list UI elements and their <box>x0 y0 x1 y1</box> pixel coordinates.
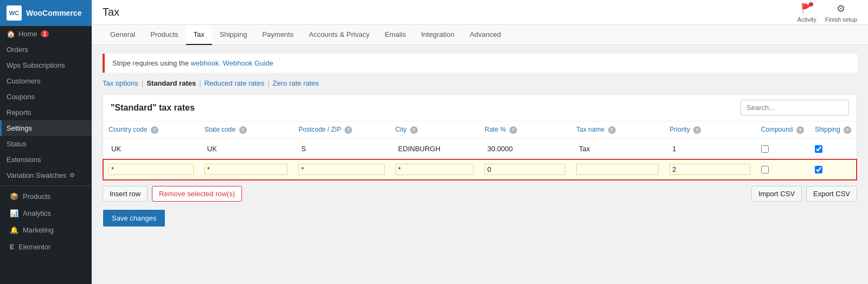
tab-tax[interactable]: Tax <box>186 25 212 45</box>
priority-help-icon[interactable]: ? <box>693 126 701 134</box>
col-postcode-zip: Postcode / ZIP ? <box>293 121 390 139</box>
rate-input-2[interactable] <box>484 164 565 175</box>
table-row <box>103 139 857 159</box>
tab-general[interactable]: General <box>103 25 143 45</box>
subnav-zero-rate[interactable]: Zero rate rates <box>273 79 319 87</box>
tab-advanced[interactable]: Advanced <box>462 25 509 45</box>
subnav-reduced-rate[interactable]: Reduced rate rates <box>205 79 265 87</box>
country-code-help-icon[interactable]: ? <box>151 126 158 134</box>
import-csv-button[interactable]: Import CSV <box>751 186 802 202</box>
cell-compound-2 <box>756 159 809 180</box>
col-compound: Compound ? <box>756 121 809 139</box>
main-content: Tax 🚩 Activity ⚙ Finish setup General Pr… <box>92 0 868 284</box>
cell-shipping-1 <box>809 139 857 159</box>
sidebar-item-coupons[interactable]: Coupons <box>0 89 92 105</box>
finish-setup-icon: ⚙ <box>834 2 847 15</box>
sidebar-analytics-label: Analytics <box>23 209 51 217</box>
home-icon: 🏠 <box>7 30 15 38</box>
home-badge: 1 <box>41 30 49 37</box>
tab-accounts-privacy[interactable]: Accounts & Privacy <box>301 25 377 45</box>
export-csv-button[interactable]: Export CSV <box>806 186 857 202</box>
tab-shipping[interactable]: Shipping <box>212 25 255 45</box>
col-tax-name: Tax name ? <box>571 121 664 139</box>
tab-emails[interactable]: Emails <box>377 25 413 45</box>
sidebar-item-settings[interactable]: Settings <box>0 120 92 136</box>
shipping-checkbox-1[interactable] <box>815 145 822 153</box>
tab-products[interactable]: Products <box>143 25 186 45</box>
sidebar-item-home-label: Home <box>18 30 37 38</box>
compound-checkbox-1[interactable] <box>761 145 769 153</box>
compound-checkbox-2[interactable] <box>761 166 769 173</box>
sidebar-products-label: Products <box>23 192 50 201</box>
taxname-input-1[interactable] <box>576 143 659 154</box>
analytics-icon: 📊 <box>10 209 18 217</box>
rate-input-1[interactable] <box>484 143 565 154</box>
finish-setup-button[interactable]: ⚙ Finish setup <box>825 2 857 23</box>
country-code-input-2[interactable] <box>108 164 194 175</box>
webhook-link[interactable]: webhook. <box>191 59 221 67</box>
postcode-input-1[interactable] <box>298 143 385 154</box>
activity-button[interactable]: 🚩 Activity <box>797 2 816 23</box>
cell-postcode-2 <box>293 159 390 180</box>
sidebar-item-customers[interactable]: Customers <box>0 73 92 89</box>
sidebar-item-marketing[interactable]: 🔔 Marketing <box>0 222 92 238</box>
city-input-2[interactable] <box>395 164 474 175</box>
priority-input-1[interactable] <box>669 143 750 154</box>
compound-help-icon[interactable]: ? <box>796 126 804 134</box>
cell-country-code-2 <box>103 159 199 180</box>
cell-taxname-1 <box>571 139 664 159</box>
sidebar-item-wps-subscriptions[interactable]: Wps Subscriptions <box>0 57 92 73</box>
tax-table-section: "Standard" tax rates Country code ? Stat… <box>103 94 857 180</box>
sidebar-item-extensions-label: Extensions <box>7 156 41 164</box>
sidebar-item-variation-swatches[interactable]: Variation Swatches ⚙ <box>0 167 92 183</box>
gear-icon: ⚙ <box>69 172 75 179</box>
state-code-input-2[interactable] <box>205 164 288 175</box>
sidebar-item-home[interactable]: 🏠 Home 1 <box>0 26 92 42</box>
sidebar-item-reports-label: Reports <box>7 108 31 117</box>
subnav-standard-rates[interactable]: Standard rates <box>146 79 196 87</box>
save-changes-button[interactable]: Save changes <box>103 209 165 227</box>
sidebar-item-extensions[interactable]: Extensions <box>0 152 92 167</box>
sidebar-item-analytics[interactable]: 📊 Analytics <box>0 205 92 222</box>
marketing-icon: 🔔 <box>10 226 18 234</box>
table-title: "Standard" tax rates <box>111 103 195 113</box>
webhook-guide-link[interactable]: Webhook Guide <box>223 59 273 67</box>
col-priority: Priority ? <box>664 121 756 139</box>
sidebar-item-status[interactable]: Status <box>0 136 92 152</box>
state-code-help-icon[interactable]: ? <box>239 126 247 134</box>
subnav-sep-3: | <box>267 79 269 87</box>
postcode-input-2[interactable] <box>298 164 385 175</box>
finish-setup-label: Finish setup <box>825 16 857 23</box>
priority-input-2[interactable] <box>669 164 750 175</box>
sidebar-item-wps-label: Wps Subscriptions <box>7 61 65 69</box>
sidebar-item-elementor[interactable]: E Elementor <box>0 238 92 255</box>
activity-icon: 🚩 <box>800 2 813 15</box>
state-code-input-1[interactable] <box>205 143 288 154</box>
sidebar-logo-label: WooCommerce <box>26 9 81 17</box>
city-help-icon[interactable]: ? <box>410 126 418 134</box>
sidebar-item-orders[interactable]: Orders <box>0 42 92 57</box>
tab-payments[interactable]: Payments <box>254 25 301 45</box>
remove-selected-button[interactable]: Remove selected row(s) <box>152 186 242 202</box>
sidebar-logo[interactable]: WC WooCommerce <box>0 0 92 26</box>
rate-help-icon[interactable]: ? <box>509 126 517 134</box>
sidebar-item-reports[interactable]: Reports <box>0 105 92 120</box>
postcode-help-icon[interactable]: ? <box>344 126 352 134</box>
sidebar: WC WooCommerce 🏠 Home 1 Orders Wps Subsc… <box>0 0 92 284</box>
subnav-tax-options[interactable]: Tax options <box>103 79 138 87</box>
shipping-help-icon[interactable]: ? <box>844 126 851 134</box>
city-input-1[interactable] <box>395 143 474 154</box>
subnav-sep-1: | <box>142 79 143 87</box>
sidebar-item-products[interactable]: 📦 Products <box>0 188 92 205</box>
cell-priority-1 <box>664 139 756 159</box>
tax-name-help-icon[interactable]: ? <box>608 126 616 134</box>
tab-integration[interactable]: Integration <box>413 25 462 45</box>
insert-row-button[interactable]: Insert row <box>103 186 148 202</box>
taxname-input-2[interactable] <box>576 164 659 175</box>
country-code-input-1[interactable] <box>108 143 194 154</box>
search-input[interactable] <box>741 100 849 115</box>
content-area: Stripe requires using the webhook. Webho… <box>92 45 868 284</box>
shipping-checkbox-2[interactable] <box>815 166 822 173</box>
col-city: City ? <box>390 121 479 139</box>
table-actions-right: Import CSV Export CSV <box>751 186 857 202</box>
